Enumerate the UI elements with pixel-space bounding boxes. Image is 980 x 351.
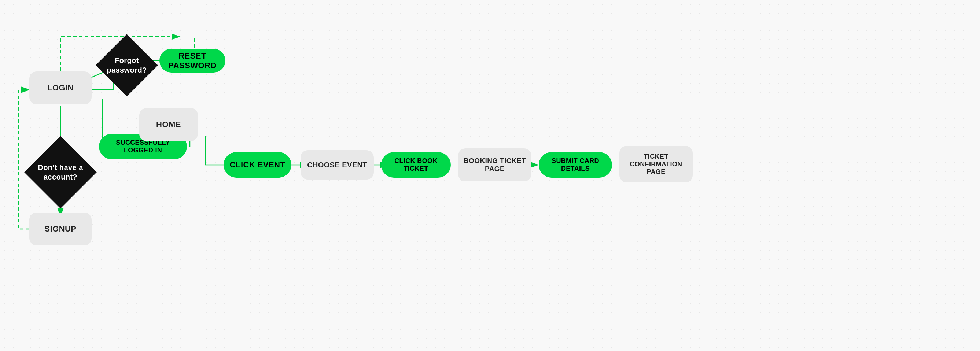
reset-password-node: RESET PASSWORD [159, 49, 225, 73]
booking-ticket-page-node: BOOKING TICKETPAGE [458, 148, 531, 181]
login-node: LOGIN [29, 71, 92, 105]
click-event-node: CLICK EVENT [224, 152, 291, 178]
forgot-password-diamond: Forgot password? [95, 34, 158, 96]
dont-have-account-label: Don't have a account? [35, 163, 86, 182]
click-book-ticket-node: CLICK BOOKTICKET [381, 152, 451, 178]
ticket-confirmation-page-node: TICKETCONFIRMATIONPAGE [619, 146, 693, 183]
submit-card-details-node: SUBMIT CARDDETAILS [539, 152, 612, 178]
home-node: HOME [139, 108, 198, 141]
dont-have-account-diamond: Don't have a account? [24, 136, 97, 208]
flowchart-diagram: LOGIN Forgot password? RESET PASSWORD SU… [0, 0, 980, 351]
signup-node: SIGNUP [29, 213, 92, 246]
choose-event-node: CHOOSE EVENT [301, 150, 374, 179]
forgot-password-label: Forgot password? [105, 56, 149, 75]
